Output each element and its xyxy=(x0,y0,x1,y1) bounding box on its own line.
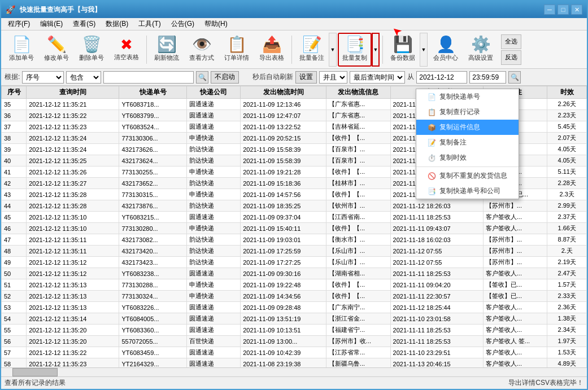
table-row[interactable]: 452021-12-12 11:35:10YT6083215...圆通速递202… xyxy=(2,212,587,223)
table-cell: 2.47天 xyxy=(547,268,587,279)
edit-icon: ✏️ xyxy=(47,37,67,52)
search-field-select[interactable]: 序号 快递单号 快递公司 备注 xyxy=(22,71,64,84)
order-btn[interactable]: 📋 订单详情 xyxy=(220,33,254,67)
time-input[interactable] xyxy=(469,71,506,84)
table-cell: 1.38天 xyxy=(547,313,587,325)
table-row[interactable]: 512021-12-12 11:35:13773130288...申通快递202… xyxy=(2,279,587,291)
col-header-track-no[interactable]: 快递单号 xyxy=(119,86,187,99)
delete-btn[interactable]: 🗑️ 删除单号 xyxy=(75,33,108,67)
col-header-days[interactable]: 时效 xyxy=(547,86,587,99)
batch-note-btn[interactable]: 📝 批量备注 xyxy=(295,33,329,67)
export-btn[interactable]: 📤 导出表格 xyxy=(255,33,289,67)
member-btn[interactable]: 👤 会员中心 xyxy=(429,33,463,67)
table-cell: 773130306... xyxy=(119,133,187,144)
backup-btn[interactable]: 💾 备份数据 xyxy=(386,33,420,67)
merge-select[interactable]: 并且 或者 xyxy=(319,71,347,84)
table-row[interactable]: 442021-12-12 11:35:28432173876...韵达快递202… xyxy=(2,200,587,212)
table-cell: 客户签收人... xyxy=(483,313,547,325)
table-row[interactable]: 542021-12-12 11:35:14YT6084005...圆通速递202… xyxy=(2,313,587,325)
view-btn[interactable]: 👁️ 查看方式 xyxy=(185,33,219,67)
batch-note-dropdown[interactable]: ▼ xyxy=(329,33,337,67)
edit-btn[interactable]: ✏️ 修改单号 xyxy=(40,33,73,67)
menu-data[interactable]: 数据(B) xyxy=(101,18,133,30)
table-cell: 2021-11-09 19:22:48 xyxy=(241,279,326,291)
table-row[interactable]: 522021-12-12 11:35:13773130324...申通快递202… xyxy=(2,291,587,302)
batch-copy-btn[interactable]: 📑 批量复制 xyxy=(338,33,372,67)
time-search-btn[interactable]: 🔍 xyxy=(508,71,521,84)
main-window: 🚀 快速批量查询高手【与我】 ─ □ ✕ 程序(F) 编辑(E) 查看(S) 数… xyxy=(0,0,588,390)
menu-help[interactable]: 帮助(H) xyxy=(200,18,232,30)
date-input[interactable] xyxy=(416,71,467,84)
table-row[interactable]: 562021-12-12 11:35:20557072055...百世快递202… xyxy=(2,336,587,347)
table-row[interactable]: 582021-12-12 11:35:23YT2164329...圆通速递202… xyxy=(2,358,587,368)
table-cell: 【衡水市】... xyxy=(326,234,390,246)
minimize-btn[interactable]: ─ xyxy=(544,5,555,15)
context-copy-track-company[interactable]: 📑 复制快递单号和公司 xyxy=(416,183,519,199)
status-right: 导出详情CSV表格完毕！ xyxy=(508,378,583,388)
batch-copy-dropdown[interactable]: ▼ xyxy=(372,33,380,67)
search-input[interactable] xyxy=(103,71,194,84)
col-header-company[interactable]: 快递公司 xyxy=(187,86,241,99)
table-cell: 38 xyxy=(2,133,27,144)
table-row[interactable]: 462021-12-12 11:35:10773130280...申通快递202… xyxy=(2,223,587,234)
clear-btn[interactable]: ✖ 清空表格 xyxy=(110,33,143,67)
table-cell: 圆通速递 xyxy=(187,110,241,121)
context-copy-timeliness[interactable]: ⏱️ 复制时效 xyxy=(416,150,519,165)
context-copy-no-repeat[interactable]: 🚫 复制不重复的发货信息 xyxy=(416,168,519,183)
table-row[interactable]: 552021-12-12 11:35:20YT6083360...圆通速递202… xyxy=(2,325,587,336)
settings-btn[interactable]: ⚙️ 高级设置 xyxy=(464,33,498,67)
search-condition-select[interactable]: 包含 等于 开头是 xyxy=(66,71,101,84)
table-cell: 【苏州市】... xyxy=(483,246,547,257)
col-header-ship-time[interactable]: 发出物流时间 xyxy=(241,86,326,99)
col-header-seq[interactable]: 序号 xyxy=(2,86,27,99)
copy-note-icon: 📝 xyxy=(428,139,436,147)
table-row[interactable]: 572021-12-12 11:35:22YT6083459...圆通速递202… xyxy=(2,347,587,358)
table-row[interactable]: 502021-12-12 11:35:12YT6083238...圆通速递202… xyxy=(2,268,587,279)
horizontal-scrollbar[interactable] xyxy=(1,367,587,376)
table-cell: 2021-11-09 15:18:36 xyxy=(241,178,326,189)
select-all-btn[interactable]: 全选 xyxy=(501,34,521,49)
col-header-query-time[interactable]: 查询时间 xyxy=(27,86,119,99)
clear-icon: ✖ xyxy=(120,37,133,52)
refresh-btn[interactable]: 🔄 刷新物流 xyxy=(150,33,184,67)
reverse-select-btn[interactable]: 反选 xyxy=(501,50,521,65)
time-type-select[interactable]: 最后查询时间 添加时间 xyxy=(350,71,405,84)
menu-tools[interactable]: 工具(T) xyxy=(134,18,165,30)
table-row[interactable]: 482021-12-12 11:35:11432173420...韵达快递202… xyxy=(2,246,587,257)
table-cell: 2021-11-09 19:03:01 xyxy=(241,234,326,246)
add-btn[interactable]: 📄 添加单号 xyxy=(5,33,38,67)
settings-icon: ⚙️ xyxy=(471,37,491,52)
not-started-btn[interactable]: 不启动 xyxy=(211,71,239,84)
table-cell: 圆通速递 xyxy=(187,358,241,368)
maximize-btn[interactable]: □ xyxy=(557,5,569,15)
context-copy-logistics[interactable]: 📦 复制运件信息 xyxy=(416,120,519,135)
menu-edit[interactable]: 编辑(E) xyxy=(36,18,67,30)
table-cell: 2021-11-09 14:57:56 xyxy=(241,189,326,200)
table-cell: 【收件】【... xyxy=(326,189,390,200)
table-cell: 2.34天 xyxy=(547,325,587,336)
table-cell: 2021-11-09 15:58:39 xyxy=(241,144,326,155)
backup-dropdown[interactable]: ▼ xyxy=(420,33,428,67)
table-row[interactable]: 492021-12-12 11:35:12432173423...韵达快递202… xyxy=(2,257,587,268)
settings-btn2[interactable]: 设置 xyxy=(295,71,317,84)
table-cell: 2021-11-12 18:26:03 xyxy=(390,200,483,212)
close-btn[interactable]: ✕ xyxy=(571,5,582,15)
table-cell: 2021-12-12 11:35:28 xyxy=(27,189,119,200)
table-cell: 2021-11-09 17:27:25 xyxy=(241,257,326,268)
context-copy-note[interactable]: 📝 复制备注 xyxy=(416,135,519,150)
table-cell: 773130315... xyxy=(119,189,187,200)
table-cell: 圆通速递 xyxy=(187,268,241,279)
table-cell: 36 xyxy=(2,110,27,121)
search-go-btn[interactable]: 🔍 xyxy=(196,71,208,84)
table-cell: 圆通速递 xyxy=(187,121,241,133)
menu-program[interactable]: 程序(F) xyxy=(3,18,34,30)
col-header-ship-info[interactable]: 发出物流信息 xyxy=(326,86,390,99)
table-row[interactable]: 472021-12-12 11:35:11432173082...韵达快递202… xyxy=(2,234,587,246)
table-row[interactable]: 532021-12-12 11:35:13YT6083226...圆通速递202… xyxy=(2,302,587,313)
menu-view[interactable]: 查看(S) xyxy=(68,18,100,30)
table-cell: 2021-12-12 11:35:24 xyxy=(27,133,119,144)
table-cell: 【广东南宁... xyxy=(326,302,390,313)
menu-announcement[interactable]: 公告(G) xyxy=(167,18,199,30)
context-copy-track[interactable]: 📄 复制快递单号 xyxy=(416,89,519,104)
context-copy-history[interactable]: 📋 复制查行记录 xyxy=(416,104,519,120)
